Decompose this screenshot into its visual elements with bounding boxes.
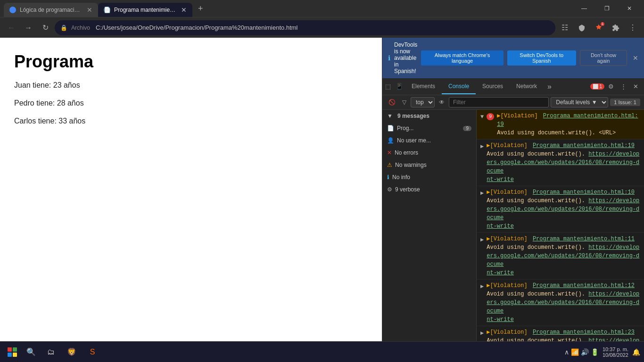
devtools-settings-icon[interactable]: ⚙ xyxy=(605,81,617,92)
log-text-2: ▶[Violation] Programa mantenimiento.html… xyxy=(487,188,640,230)
taskbar-brave-button[interactable]: 🦁 xyxy=(62,343,81,362)
expand-icon-5[interactable]: ▶ xyxy=(480,329,484,337)
log-entry-1: ▶ ▶[Violation] Programa mantenimiento.ht… xyxy=(477,140,644,186)
windows-logo-icon xyxy=(8,347,17,357)
console-filter-input[interactable] xyxy=(449,97,549,107)
devtools-tab-icons: ⬜ 1 ⚙ ⋮ ✕ xyxy=(586,81,644,92)
browser-window: Lógica de programación parte 1: Prim... … xyxy=(0,0,644,362)
taskbar-sublime-button[interactable]: S xyxy=(83,343,102,362)
tab-console[interactable]: Console xyxy=(442,79,476,94)
taskbar-files-button[interactable]: 🗂 xyxy=(41,343,60,362)
reload-button[interactable]: ↻ xyxy=(38,20,53,35)
log-entry-main: ▼ 9 ▶[Violation] Programa mantenimiento.… xyxy=(477,110,644,140)
devtools-close-icon[interactable]: ✕ xyxy=(630,81,641,92)
violation-tag-5: ▶[Violation] xyxy=(487,329,527,336)
console-eye-icon[interactable]: 👁 xyxy=(437,98,447,107)
tab-bar: Lógica de programación parte 1: Prim... … xyxy=(4,0,570,17)
level-selector[interactable]: Default levels ▼ xyxy=(551,97,608,107)
chevron-up-icon[interactable]: ∧ xyxy=(564,348,569,356)
clock-time: 10:37 p. m. xyxy=(603,346,628,352)
address-bar[interactable]: 🔒 Archivo C:/Users/josea/OneDrive/Progra… xyxy=(55,20,555,35)
file-icon: 📄 xyxy=(387,125,394,132)
tab-active[interactable]: 📄 Programa mantenimiento.html ✕ xyxy=(98,3,192,17)
expand-icon-3[interactable]: ▶ xyxy=(480,236,484,244)
back-button[interactable]: ← xyxy=(4,20,19,35)
violation-tag-0: ▶[Violation] xyxy=(497,113,537,119)
tab-elements[interactable]: Elements xyxy=(405,79,442,94)
log-source-3[interactable]: Programa mantenimiento.html:11 xyxy=(533,236,635,242)
console-filter-icon[interactable]: ▽ xyxy=(400,98,409,107)
main-area: Programa Juan tiene: 23 años Pedro tiene… xyxy=(0,38,644,341)
sidebar-item-user-messages[interactable]: 👤 No user me... xyxy=(382,134,476,147)
sidebar-item-prog[interactable]: 📄 Prog... 9 xyxy=(382,122,476,134)
sidebar-item-verbose[interactable]: ⚙ 9 verbose xyxy=(382,183,476,196)
notification-close-icon[interactable]: ✕ xyxy=(633,54,638,62)
log-text-1: ▶[Violation] Programa mantenimiento.html… xyxy=(487,141,640,184)
console-clear-button[interactable]: 🚫 xyxy=(386,98,398,107)
log-source-5[interactable]: Programa mantenimiento.html:23 xyxy=(533,329,635,336)
expand-icon-2[interactable]: ▶ xyxy=(480,189,484,197)
battery-icon[interactable]: 🔋 xyxy=(591,348,599,356)
issues-badge: 1 Issue: 1 xyxy=(610,99,640,106)
bookmark-button[interactable]: ☷ xyxy=(557,20,572,35)
tab-inactive[interactable]: Lógica de programación parte 1: Prim... … xyxy=(4,3,98,17)
extensions-button[interactable] xyxy=(608,20,623,35)
tab-network[interactable]: Network xyxy=(510,79,544,94)
taskbar: 🔍 🗂 🦁 S ∧ 📶 🔊 🔋 10:37 p. m. 10/08/2022 🔔 xyxy=(0,341,644,362)
person-icon: 👤 xyxy=(387,137,394,144)
log-msg-4: Avoid using document.write(). xyxy=(487,291,588,297)
new-tab-button[interactable]: + xyxy=(194,4,207,14)
log-text-5: ▶[Violation] Programa mantenimiento.html… xyxy=(487,328,640,341)
match-language-button[interactable]: Always match Chrome's language xyxy=(421,50,503,66)
log-message-0: Avoid using document.write(). <URL> xyxy=(497,130,616,136)
tab-sources[interactable]: Sources xyxy=(476,79,510,94)
top-context-selector[interactable]: top xyxy=(411,97,435,107)
sidebar-messages-header[interactable]: ▼ 9 messages xyxy=(382,110,476,122)
tabs-more-icon[interactable]: » xyxy=(544,79,555,95)
minimize-button[interactable]: — xyxy=(573,1,595,16)
tab-label-2: Programa mantenimiento.html xyxy=(114,7,177,13)
devtools-inspect-icon[interactable]: ⬚ xyxy=(382,81,394,92)
tab-close-2[interactable]: ✕ xyxy=(181,6,187,14)
menu-button[interactable]: ⋮ xyxy=(625,20,640,35)
info-icon: ℹ xyxy=(388,54,390,62)
log-source-2[interactable]: Programa mantenimiento.html:10 xyxy=(533,189,635,196)
violation-count-badge: 9 xyxy=(487,113,494,120)
sidebar-prog-count: 9 xyxy=(463,126,471,131)
info-sidebar-icon: ℹ xyxy=(387,174,389,181)
speaker-icon[interactable]: 🔊 xyxy=(581,348,589,356)
devtools-more-icon[interactable]: ⋮ xyxy=(618,81,629,92)
forward-button[interactable]: → xyxy=(21,20,36,35)
dont-show-again-button[interactable]: Don't show again xyxy=(580,50,627,66)
start-button[interactable] xyxy=(4,344,21,361)
devtools-device-icon[interactable]: 📱 xyxy=(394,81,405,92)
sidebar-item-errors[interactable]: ✕ No errors xyxy=(382,147,476,159)
expand-icon-1[interactable]: ▶ xyxy=(480,142,484,151)
tab-close-1[interactable]: ✕ xyxy=(87,6,92,14)
expand-icon-4[interactable]: ▶ xyxy=(480,282,484,291)
taskbar-clock[interactable]: 10:37 p. m. 10/08/2022 xyxy=(603,346,628,358)
log-entry-4: ▶ ▶[Violation] Programa mantenimiento.ht… xyxy=(477,280,644,326)
taskbar-right-section: ∧ 📶 🔊 🔋 10:37 p. m. 10/08/2022 🔔 xyxy=(564,346,640,358)
page-line-1: Juan tiene: 23 años xyxy=(14,81,368,90)
sidebar-warnings-label: No warnings xyxy=(395,162,427,168)
log-text-4: ▶[Violation] Programa mantenimiento.html… xyxy=(487,281,640,324)
taskbar-search-icon[interactable]: 🔍 xyxy=(23,344,40,361)
notification-icon[interactable]: 🔔 xyxy=(632,348,640,356)
notification-text: DevTools is now available in Spanish! xyxy=(394,41,417,74)
shield-button[interactable] xyxy=(574,20,589,35)
log-msg-5: Avoid using document.write(). xyxy=(487,337,588,341)
sidebar-item-warnings[interactable]: ⚠ No warnings xyxy=(382,159,476,171)
log-source-1[interactable]: Programa mantenimiento.html:19 xyxy=(533,142,635,149)
close-button[interactable]: ✕ xyxy=(619,1,640,16)
sidebar-item-info[interactable]: ℹ No info xyxy=(382,171,476,183)
brave-icon-button[interactable]: 1 xyxy=(591,20,606,35)
log-entry-2: ▶ ▶[Violation] Programa mantenimiento.ht… xyxy=(477,186,644,233)
switch-spanish-button[interactable]: Switch DevTools to Spanish xyxy=(507,50,576,66)
log-entry-3: ▶ ▶[Violation] Programa mantenimiento.ht… xyxy=(477,233,644,280)
sidebar-user-label: No user me... xyxy=(397,137,431,144)
expand-icon-0[interactable]: ▼ xyxy=(480,113,484,121)
wifi-icon[interactable]: 📶 xyxy=(571,348,579,356)
maximize-button[interactable]: ❐ xyxy=(596,1,618,16)
log-source-4[interactable]: Programa mantenimiento.html:12 xyxy=(533,282,635,289)
